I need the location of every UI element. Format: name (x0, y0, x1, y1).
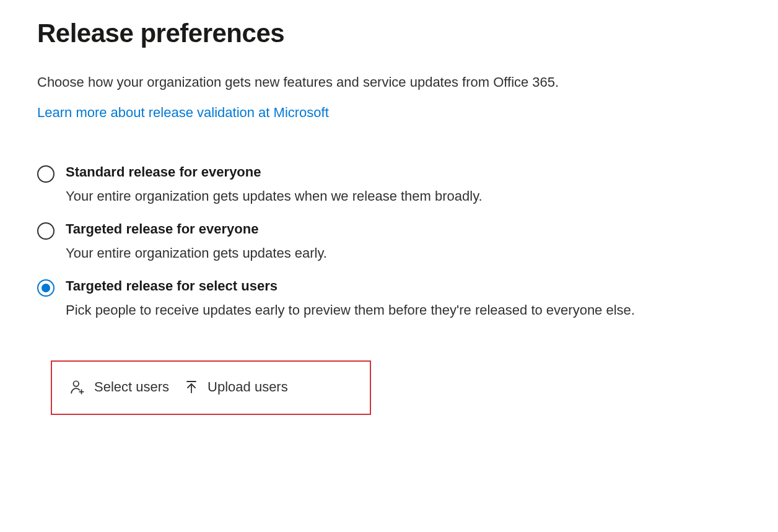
radio-targeted-select[interactable] (37, 279, 55, 297)
option-label-standard[interactable]: Standard release for everyone (66, 164, 741, 180)
option-targeted-select: Targeted release for select users Pick p… (37, 278, 741, 320)
option-desc-standard: Your entire organization gets updates wh… (66, 186, 741, 206)
upload-users-button[interactable]: Upload users (184, 379, 288, 395)
upload-users-label: Upload users (208, 379, 288, 395)
option-standard-release: Standard release for everyone Your entir… (37, 164, 741, 206)
option-label-targeted-everyone[interactable]: Targeted release for everyone (66, 221, 741, 237)
page-description: Choose how your organization gets new fe… (37, 73, 741, 92)
option-label-targeted-select[interactable]: Targeted release for select users (66, 278, 741, 294)
option-desc-targeted-select: Pick people to receive updates early to … (66, 300, 741, 320)
release-options: Standard release for everyone Your entir… (37, 164, 741, 320)
select-users-button[interactable]: Select users (69, 379, 169, 395)
radio-standard-release[interactable] (37, 165, 55, 183)
person-add-icon (69, 379, 85, 395)
learn-more-link[interactable]: Learn more about release validation at M… (37, 105, 329, 121)
option-desc-targeted-everyone: Your entire organization gets updates ea… (66, 243, 741, 263)
radio-targeted-everyone[interactable] (37, 222, 55, 240)
option-targeted-everyone: Targeted release for everyone Your entir… (37, 221, 741, 263)
upload-icon (184, 379, 199, 395)
svg-point-0 (74, 382, 79, 387)
page-title: Release preferences (37, 19, 741, 48)
select-users-label: Select users (94, 379, 169, 395)
user-actions-box: Select users Upload users (51, 360, 371, 415)
